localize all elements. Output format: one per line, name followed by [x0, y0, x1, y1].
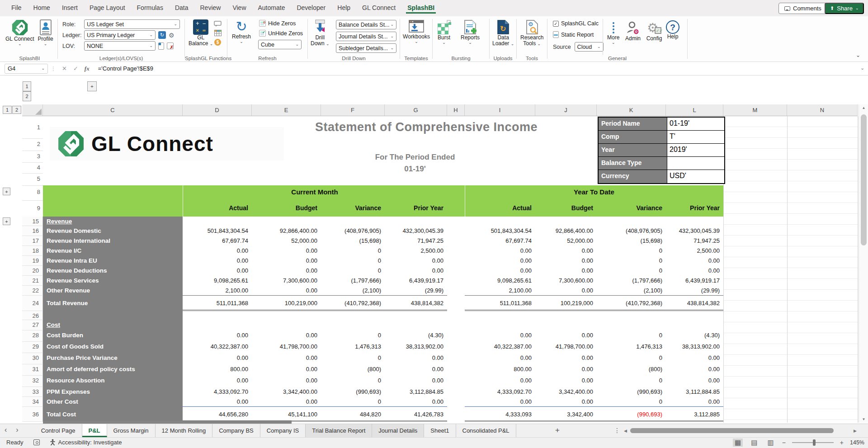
cell[interactable]: (408,976,905) [597, 226, 666, 236]
row-label[interactable]: Other Revenue [43, 286, 183, 296]
cell[interactable]: (29.99) [666, 286, 723, 296]
column-header-N[interactable]: N [787, 104, 858, 116]
table-icon[interactable] [214, 30, 222, 36]
balance-details-select[interactable]: Balance Details St...⌄ [336, 20, 396, 29]
cell[interactable]: (1,797,666) [597, 276, 666, 286]
cell[interactable]: (29.99) [385, 286, 447, 296]
cell[interactable]: 9,098,265.61 [183, 276, 252, 286]
gl-balance-button[interactable]: + −× = GL Balance ⌄ [189, 19, 213, 47]
cell[interactable]: 92,866,400.00 [252, 226, 321, 236]
row-number-31[interactable]: 31 [22, 364, 43, 376]
cell[interactable]: 0.00 [535, 330, 597, 342]
cell[interactable]: 0 [597, 376, 666, 387]
expand-formula-bar-icon[interactable]: ⌄ [860, 66, 864, 70]
vertical-scrollbar[interactable]: ▲ ▼ [859, 104, 868, 423]
gl-connect-button[interactable]: GL Connect ⌄ [5, 19, 34, 46]
cell[interactable]: 41,798,700.00 [535, 342, 597, 353]
cell[interactable]: 2,100.00 [183, 286, 252, 296]
scroll-right-icon[interactable]: ▶ [854, 429, 857, 433]
cell[interactable]: 0.00 [535, 256, 597, 266]
currency-icon[interactable]: $ [214, 39, 221, 46]
cell[interactable]: 7,300,600.00 [252, 276, 321, 286]
ribbon-tab-help[interactable]: Help [331, 0, 356, 14]
column-header-E[interactable]: E [252, 104, 321, 116]
cell[interactable]: 67,697.74 [465, 236, 535, 246]
cell[interactable]: 0 [597, 353, 666, 364]
outline-level-2-button[interactable]: 2 [23, 91, 31, 101]
column-header-M[interactable]: M [723, 104, 787, 116]
subledger-details-select[interactable]: Subledger Details...⌄ [336, 43, 396, 53]
outline-expand-row8-button[interactable]: + [3, 188, 10, 195]
cell[interactable]: 0.00 [465, 376, 535, 387]
column-header-K[interactable]: K [597, 104, 666, 116]
cell[interactable]: 3,342,400.00 [252, 387, 321, 397]
cell[interactable]: 0 [597, 397, 666, 407]
cell[interactable]: 438,814,382 [385, 296, 447, 311]
cell[interactable]: 0.00 [465, 353, 535, 364]
cell[interactable]: 0.00 [666, 266, 723, 276]
zoom-out-icon[interactable]: − [782, 439, 786, 446]
cell[interactable]: 92,866,400.00 [535, 226, 597, 236]
column-header-C[interactable]: C [43, 104, 183, 116]
cell[interactable]: 6,439,919.17 [666, 276, 723, 286]
sheet-nav-left-icon[interactable]: ‹ [0, 424, 11, 437]
cell[interactable]: 0 [321, 353, 385, 364]
cell[interactable]: 52,000.00 [252, 236, 321, 246]
cell[interactable]: 0.00 [183, 266, 252, 276]
cell[interactable]: 0.00 [535, 376, 597, 387]
cell[interactable]: 0.00 [385, 364, 447, 376]
row-number-21[interactable]: 21 [22, 276, 43, 286]
cell[interactable]: 2,500.00 [666, 246, 723, 256]
cell[interactable]: 0.00 [183, 256, 252, 266]
cell[interactable]: 100,219,000 [535, 296, 597, 311]
cell[interactable]: 0.00 [465, 330, 535, 342]
row-number-20[interactable]: 20 [22, 266, 43, 276]
outline-expand-row15-button[interactable]: + [3, 217, 10, 225]
ribbon-tab-formulas[interactable]: Formulas [131, 0, 169, 14]
cell[interactable]: 0.00 [535, 353, 597, 364]
cell[interactable]: 45,141,100 [252, 407, 321, 422]
normal-view-button[interactable]: ▦ [733, 439, 743, 447]
zoom-in-icon[interactable]: + [840, 439, 844, 446]
cell[interactable]: 0 [597, 256, 666, 266]
sheet-tab-trial-balance-report[interactable]: Trial Balance Report [306, 424, 372, 437]
row-number-2[interactable]: 2 [22, 141, 40, 147]
scroll-down-icon[interactable]: ▼ [859, 417, 868, 421]
cell[interactable]: (800) [597, 364, 666, 376]
cell[interactable]: (4.30) [666, 330, 723, 342]
admin-button[interactable]: ⚙ Admin [625, 20, 641, 42]
info-value[interactable]: USD' [667, 170, 724, 183]
cell[interactable]: 0 [321, 246, 385, 256]
cell[interactable]: 4,333,092.70 [183, 387, 252, 397]
reports-button[interactable]: Reports ⌄ [461, 19, 480, 45]
cell[interactable]: 0.00 [465, 266, 535, 276]
cell[interactable]: 0.00 [666, 376, 723, 387]
comments-button[interactable]: Comments [778, 3, 827, 14]
cell[interactable]: 1,476,313 [597, 342, 666, 353]
sheet-tab-control-page[interactable]: Control Page [35, 424, 82, 437]
row-number-27[interactable]: 27 [22, 320, 43, 330]
more-button[interactable]: More ⌄ [607, 20, 619, 45]
cell[interactable]: 0.00 [252, 286, 321, 296]
cell[interactable]: 40,322,387.00 [183, 342, 252, 353]
cell[interactable]: 41,798,700.00 [252, 342, 321, 353]
outline-level-1-button[interactable]: 1 [23, 81, 31, 91]
sheet-options-icon[interactable]: ⋮ [614, 427, 620, 434]
row-number-24[interactable]: 24 [22, 296, 43, 311]
sheet-tab-company-bs[interactable]: Company BS [212, 424, 260, 437]
report-period[interactable]: 01-19' [325, 165, 505, 174]
outline-row-level-1-button[interactable]: 1 [3, 106, 12, 114]
cell[interactable]: 0.00 [252, 397, 321, 407]
sheet-tab-company-is[interactable]: Company IS [260, 424, 306, 437]
cell[interactable]: (2,100) [321, 286, 385, 296]
sheet-tab-p-l[interactable]: P&L [82, 424, 107, 437]
cell[interactable]: 100,219,000 [252, 296, 321, 311]
cell[interactable]: 3,112,884.85 [666, 387, 723, 397]
cell[interactable]: 0.00 [465, 256, 535, 266]
burst-button[interactable]: Burst ⌄ [436, 19, 452, 45]
column-header-J[interactable]: J [535, 104, 597, 116]
info-value[interactable]: 01-19' [667, 118, 724, 130]
cell[interactable]: 0.00 [666, 364, 723, 376]
cell[interactable]: 511,011,368 [183, 296, 252, 311]
cell[interactable]: 0.00 [385, 256, 447, 266]
